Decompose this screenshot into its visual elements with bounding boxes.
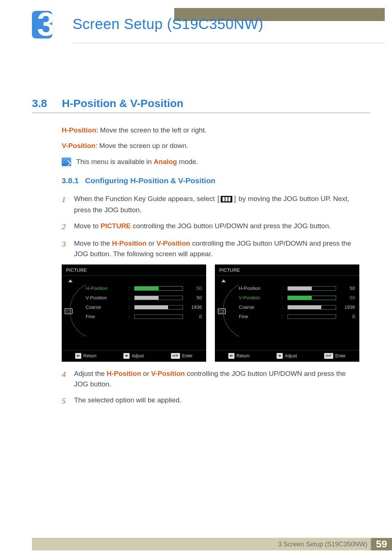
intro-vposition: V-Position: Move the screen up or down. — [62, 140, 359, 151]
osd-item-v-position: V-Position:50 — [86, 293, 202, 303]
chapter-number: 3 — [37, 6, 55, 43]
osd-title: PICTURE — [215, 264, 359, 275]
osd-slider — [287, 286, 336, 291]
osd-item-value: 1936 — [339, 304, 355, 311]
step-number: 4 — [62, 368, 68, 390]
osd-slider — [134, 315, 183, 319]
section-rule — [32, 112, 370, 113]
osd-item-value: 50 — [186, 294, 202, 301]
osd-item-h-position: H-Position:50 — [86, 284, 202, 293]
osd-panel-left: PICTURE H-Position:50V-Position:50Coarse… — [62, 264, 206, 362]
osd-item-coarse: Coarse:1936 — [86, 303, 202, 312]
body-content: H-Position: Move the screen to the left … — [62, 125, 359, 412]
note-text: This menu is available in Analog mode. — [76, 156, 198, 167]
subsection-heading: 3.8.1 Configuring H-Position & V-Positio… — [62, 175, 359, 187]
osd-return: ◂▪Return — [75, 353, 96, 360]
osd-item-label: V-Position — [86, 294, 126, 301]
osd-adjust: ▪▸Adjust — [277, 353, 297, 360]
osd-panel-right: PICTURE H-Position:50V-Position:50Coarse… — [215, 264, 359, 362]
osd-item-value: 50 — [186, 285, 202, 292]
section-number: 3.8 — [32, 97, 60, 110]
osd-enter: ▭✔Enter — [324, 353, 346, 360]
osd-item-value: 50 — [339, 285, 355, 292]
osd-footer: ◂▪Return ▪▸Adjust ▭✔Enter — [62, 350, 206, 362]
chapter-badge: 3 — [32, 8, 61, 41]
osd-item-h-position: H-Position:50 — [239, 284, 355, 293]
page-header: 3 Screen Setup (S19C350NW) — [0, 0, 392, 47]
steps-list: 1 When the Function Key Guide appears, s… — [62, 193, 359, 259]
osd-item-fine: Fine:0 — [86, 312, 202, 321]
osd-enter: ▭✔Enter — [171, 353, 193, 360]
section-title: H-Position & V-Position — [62, 97, 183, 109]
osd-slider — [287, 296, 336, 300]
osd-item-label: H-Position — [86, 285, 126, 292]
header-rule — [73, 43, 385, 43]
osd-item-value: 1936 — [186, 304, 202, 311]
subsection-number: 3.8.1 — [62, 176, 79, 185]
note-icon — [62, 157, 71, 166]
subsection-title: Configuring H-Position & V-Position — [85, 176, 215, 185]
hposition-label: H-Position — [62, 126, 96, 134]
menu-icon: [] — [217, 193, 237, 205]
step-text: Adjust the H-Position or V-Position cont… — [74, 368, 359, 390]
step-number: 2 — [62, 221, 68, 233]
step-number: 3 — [62, 238, 68, 259]
osd-row: PICTURE H-Position:50V-Position:50Coarse… — [62, 264, 359, 362]
osd-item-label: Coarse — [86, 304, 126, 311]
step-number: 5 — [62, 395, 68, 407]
step-1: 1 When the Function Key Guide appears, s… — [62, 193, 359, 216]
osd-item-label: Fine — [86, 313, 126, 320]
step-2: 2 Move to PICTURE controlling the JOG bu… — [62, 221, 359, 233]
arrow-up-icon — [221, 279, 226, 282]
step-text: The selected option will be applied. — [74, 395, 359, 407]
footer-text: 3 Screen Setup (S19C350NW) — [278, 541, 367, 548]
step-3: 3 Move to the H-Position or V-Position c… — [62, 238, 359, 259]
page-footer: 3 Screen Setup (S19C350NW) 59 — [0, 535, 392, 554]
vposition-label: V-Position — [62, 142, 95, 149]
chapter-title: Screen Setup (S19C350NW) — [73, 16, 264, 32]
osd-item-fine: Fine:0 — [239, 312, 355, 321]
osd-item-coarse: Coarse:1936 — [239, 303, 355, 312]
section-heading: 3.8 H-Position & V-Position — [32, 97, 370, 110]
step-text: Move to PICTURE controlling the JOG butt… — [74, 221, 359, 233]
note-row: This menu is available in Analog mode. — [62, 156, 359, 167]
osd-slider — [287, 315, 336, 319]
step-number: 1 — [62, 193, 68, 216]
picture-category-icon — [218, 308, 226, 314]
osd-title: PICTURE — [62, 264, 206, 275]
osd-item-value: 0 — [339, 313, 355, 320]
osd-item-label: Fine — [239, 313, 279, 320]
footer-page-number: 59 — [371, 538, 392, 550]
osd-slider — [134, 305, 183, 309]
osd-adjust: ▪▸Adjust — [123, 353, 144, 360]
step-text: Move to the H-Position or V-Position con… — [74, 238, 359, 259]
osd-item-value: 50 — [339, 294, 355, 301]
step-text: When the Function Key Guide appears, sel… — [74, 193, 359, 216]
arrow-up-icon — [68, 279, 73, 282]
osd-item-label: H-Position — [239, 285, 279, 292]
osd-return: ◂▪Return — [228, 353, 249, 360]
osd-slider — [134, 296, 183, 300]
osd-footer: ◂▪Return ▪▸Adjust ▭✔Enter — [215, 350, 359, 362]
step-4: 4 Adjust the H-Position or V-Position co… — [62, 368, 359, 390]
intro-hposition: H-Position: Move the screen to the left … — [62, 125, 359, 135]
osd-slider — [287, 305, 336, 309]
osd-item-label: Coarse — [239, 304, 279, 311]
steps-list-continued: 4 Adjust the H-Position or V-Position co… — [62, 368, 359, 407]
picture-category-icon — [65, 308, 73, 314]
osd-item-value: 0 — [186, 313, 202, 320]
osd-slider — [134, 286, 183, 291]
osd-item-label: V-Position — [239, 294, 279, 301]
osd-item-v-position: V-Position:50 — [239, 293, 355, 303]
step-5: 5 The selected option will be applied. — [62, 395, 359, 407]
